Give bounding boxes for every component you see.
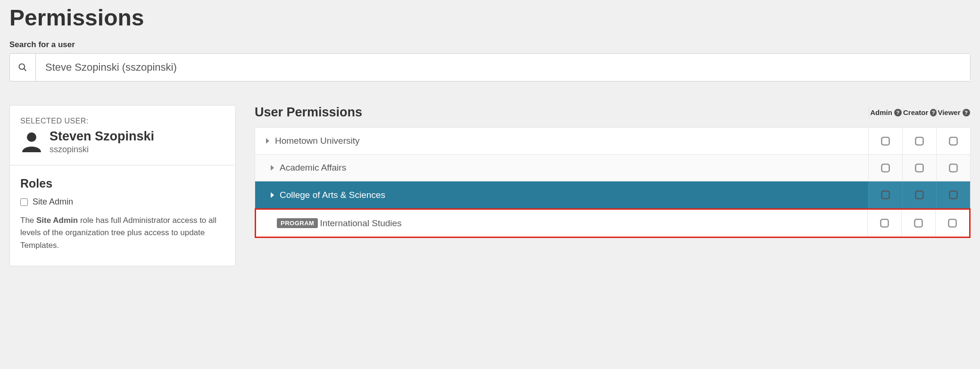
column-head-creator: Creator ? [903,107,937,118]
svg-rect-6 [881,164,889,172]
viewer-checkbox[interactable] [936,181,970,208]
svg-rect-14 [948,219,956,227]
column-head-viewer: Viewer ? [937,107,971,118]
help-icon[interactable]: ? [894,109,902,116]
search-box [9,53,971,82]
selected-user-username: sszopinski [50,145,154,155]
selected-user-name: Steven Szopinski [50,129,154,144]
creator-checkbox[interactable] [902,181,936,208]
program-badge: PROGRAM [277,218,318,228]
tree-row[interactable]: PROGRAM International Studies [256,210,969,237]
selected-user-panel: SELECTED USER: Steven Szopinski sszopins… [9,105,236,266]
tree-row[interactable]: Hometown University [255,128,970,155]
column-head-admin: Admin ? [869,107,903,118]
admin-checkbox[interactable] [867,210,901,237]
help-icon[interactable]: ? [963,109,970,116]
svg-rect-11 [949,191,957,198]
viewer-checkbox[interactable] [936,128,970,154]
caret-right-icon[interactable] [269,192,275,198]
admin-checkbox[interactable] [868,181,902,208]
svg-rect-7 [915,164,923,172]
viewer-checkbox[interactable] [936,155,970,181]
caret-right-icon[interactable] [269,165,275,171]
svg-rect-8 [949,164,957,172]
highlighted-row-box: PROGRAM International Studies [255,208,971,238]
site-admin-checkbox-row[interactable]: Site Admin [20,197,225,207]
svg-rect-9 [881,191,889,198]
user-permissions-panel: User Permissions Admin ? Creator ? Viewe… [255,105,971,238]
viewer-checkbox[interactable] [935,210,969,237]
tree-row-label: Academic Affairs [280,163,346,173]
search-input[interactable] [36,54,970,81]
svg-rect-12 [880,219,888,227]
svg-rect-5 [949,137,957,145]
creator-checkbox[interactable] [901,210,935,237]
search-label: Search for a user [9,40,971,49]
search-icon [10,54,36,81]
svg-rect-10 [915,191,923,198]
site-admin-checkbox[interactable] [20,198,28,206]
tree-row-label: International Studies [320,218,401,229]
page-title: Permissions [9,5,971,31]
site-admin-description: The Site Admin role has full Administrat… [20,214,225,252]
svg-point-0 [19,64,25,70]
selected-user-heading: SELECTED USER: [20,117,225,125]
roles-heading: Roles [20,177,225,190]
svg-point-2 [27,132,36,142]
tree-row[interactable]: Academic Affairs [255,155,970,181]
admin-checkbox[interactable] [868,128,902,154]
user-permissions-heading: User Permissions [255,105,869,120]
svg-rect-3 [881,137,889,145]
site-admin-label: Site Admin [33,197,73,207]
svg-line-1 [24,69,26,71]
creator-checkbox[interactable] [902,155,936,181]
permissions-tree: Hometown University Academic [255,127,971,209]
caret-right-icon[interactable] [265,138,270,144]
tree-row-label: College of Arts & Sciences [280,190,385,200]
creator-checkbox[interactable] [902,128,936,154]
tree-row-label: Hometown University [275,136,360,146]
admin-checkbox[interactable] [868,155,902,181]
svg-rect-4 [915,137,923,145]
avatar-icon [20,130,43,154]
help-icon[interactable]: ? [930,109,937,116]
svg-rect-13 [914,219,922,227]
tree-row[interactable]: College of Arts & Sciences [255,181,970,208]
